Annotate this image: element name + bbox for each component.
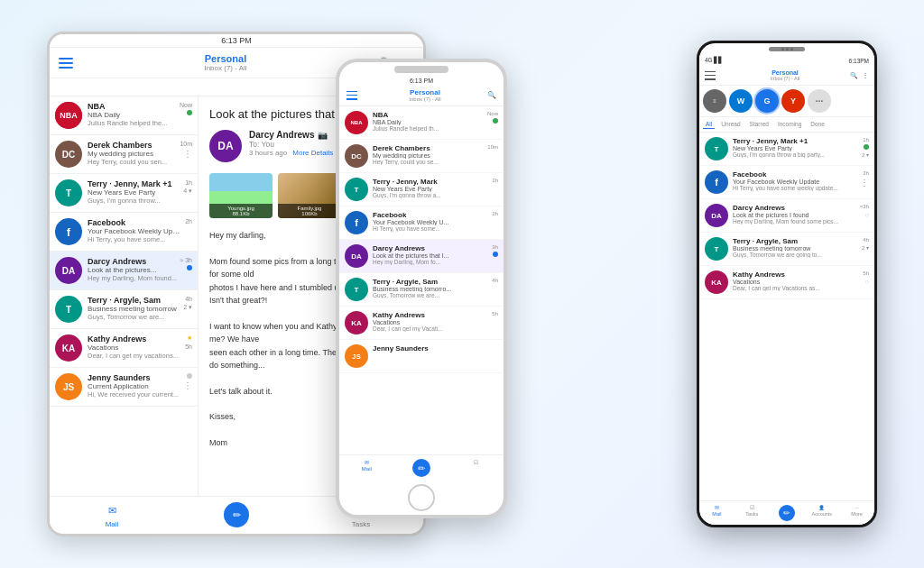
email-info-darcy: Darcy Andrews Look at the pictures... He… bbox=[88, 257, 178, 282]
phone1-tab-mail[interactable]: ✉ Mail bbox=[339, 459, 394, 477]
time-nba: Now bbox=[180, 102, 192, 108]
email-item-facebook[interactable]: f Facebook Your Facebook Weekly Update H… bbox=[50, 213, 198, 252]
detail-more-link[interactable]: More Details bbox=[292, 149, 333, 157]
phone1-camera bbox=[394, 66, 448, 73]
more-jenny[interactable]: ⋮ bbox=[183, 380, 192, 390]
phone1-info-terry2: Terry · Argyle, Sam Business meeting tom… bbox=[373, 278, 492, 298]
filter-starred[interactable]: Starred bbox=[747, 120, 772, 129]
phone1-email-jenny[interactable]: JS Jenny Saunders bbox=[339, 340, 504, 373]
phone1-info-darcy: Darcy Andrews Look at the pictures that … bbox=[373, 244, 492, 265]
phone1-meta-terry2: 4h bbox=[492, 278, 498, 283]
phone1-subject-derek: My wedding pictures bbox=[373, 152, 487, 159]
preview-darcy: Hey my Darling, Mom found... bbox=[88, 274, 178, 282]
subject-terry2: Business meeting tomorrow bbox=[88, 305, 181, 313]
phone1-info-facebook: Facebook Your Facebook Weekly U... Hi Te… bbox=[373, 211, 492, 232]
time-terry2: 4h bbox=[185, 296, 192, 302]
phone2-speaker bbox=[769, 47, 805, 51]
more-derek[interactable]: ⋮ bbox=[183, 149, 192, 159]
phone1-dot-darcy bbox=[493, 252, 498, 257]
phone1-preview-terry: Guys, I'm gonna throw a... bbox=[373, 192, 492, 198]
android-email-terry[interactable]: T Terry · Jenny, Mark +1 New Years Eve P… bbox=[699, 133, 874, 166]
attachment-2[interactable]: Family.jpg106Kb bbox=[278, 173, 341, 218]
android-tab-more[interactable]: ··· More bbox=[839, 505, 874, 521]
phone2: 4G ▋▋ 6:13PM Personal Inbox (7) - All 🔍 … bbox=[697, 41, 877, 527]
android-more-facebook[interactable]: ⋮ bbox=[860, 178, 869, 188]
sender-kathy: Kathy Andrews bbox=[88, 334, 183, 344]
preview-terry: Guys, I'm gonna throw... bbox=[88, 197, 181, 205]
phone1-email-terry2[interactable]: T Terry · Argyle, Sam Business meeting t… bbox=[339, 273, 504, 307]
phone1-email-derek[interactable]: DC Derek Chambers My wedding pictures He… bbox=[339, 140, 504, 173]
phone1-avatar-derek: DC bbox=[345, 144, 368, 168]
phone1-email-kathy[interactable]: KA Kathy Andrews Vacations Dear, I can g… bbox=[339, 307, 504, 340]
detail-time: 3 hours ago bbox=[249, 149, 287, 157]
email-item-kathy[interactable]: KA Kathy Andrews Vacations Dear, I can g… bbox=[50, 329, 198, 368]
android-tab-compose[interactable]: ✏ bbox=[770, 505, 805, 521]
android-sender-facebook: Facebook bbox=[733, 170, 860, 179]
phone1-hamburger[interactable] bbox=[346, 91, 357, 100]
android-subject-terry: New Years Eve Party bbox=[733, 145, 862, 151]
android-tab-tasks[interactable]: ☑ Tasks bbox=[735, 505, 770, 521]
email-item-terry2[interactable]: T Terry · Argyle, Sam Business meeting t… bbox=[50, 290, 198, 329]
phone1-avatar-jenny: JS bbox=[345, 344, 368, 368]
email-item-nba[interactable]: NBA NBA NBA Daily Julius Randle helped t… bbox=[50, 96, 198, 135]
phone1-header-title: Personal Inbox (7) - All bbox=[363, 88, 487, 102]
account-tab-unified[interactable]: ≡ bbox=[703, 89, 726, 113]
phone1-preview-facebook: Hi Terry, you have some... bbox=[373, 225, 492, 232]
email-item-terry[interactable]: T Terry · Jenny, Mark +1 New Years Eve P… bbox=[50, 174, 198, 213]
sender-terry2: Terry · Argyle, Sam bbox=[88, 296, 181, 305]
android-header: Personal Inbox (7) - All 🔍 ⋮ bbox=[699, 66, 874, 86]
android-accounts-icon: 👤 bbox=[818, 505, 825, 510]
avatar-terry: T bbox=[55, 179, 82, 206]
android-email-kathy[interactable]: KA Kathy Andrews Vacations Dear, I can g… bbox=[699, 266, 874, 299]
account-tab-family[interactable]: Y bbox=[781, 89, 805, 113]
filter-unread[interactable]: Unread bbox=[718, 120, 743, 129]
filter-done[interactable]: Done bbox=[808, 120, 827, 129]
phone1-tab-tasks[interactable]: ☑ bbox=[448, 459, 504, 477]
sender-terry: Terry · Jenny, Mark +1 bbox=[88, 179, 181, 188]
account-tab-more[interactable]: ··· bbox=[808, 89, 831, 113]
phone1-header: Personal Inbox (7) - All 🔍 bbox=[339, 85, 504, 106]
android-email-facebook[interactable]: f Facebook Your Facebook Weekly Update H… bbox=[699, 166, 874, 199]
hamburger-icon[interactable] bbox=[59, 58, 73, 69]
email-item-derek[interactable]: DC Derek Chambers My wedding pictures He… bbox=[50, 135, 198, 174]
android-email-darcy[interactable]: DA Darcy Andrews Look at the pictures I … bbox=[699, 199, 874, 233]
sender-derek: Derek Chambers bbox=[88, 141, 178, 150]
avatar-nba: NBA bbox=[55, 102, 82, 129]
account-tab-work[interactable]: W bbox=[729, 89, 753, 113]
phone1-avatar-terry2: T bbox=[345, 278, 368, 301]
compose-icon: ✏ bbox=[224, 502, 249, 527]
phone1-email-nba[interactable]: NBA NBA NBA Daily Julius Randle helped t… bbox=[339, 106, 504, 140]
attachment-1[interactable]: Youngs.jpg88.1Kb bbox=[209, 173, 273, 218]
phone1-search-icon[interactable]: 🔍 bbox=[487, 91, 496, 99]
star-kathy: ★ bbox=[187, 334, 192, 342]
android-bottom-tabs: ✉ Mail ☑ Tasks ✏ 👤 Accounts ··· More bbox=[699, 500, 874, 525]
android-hamburger[interactable] bbox=[705, 71, 716, 80]
phone1-email-darcy[interactable]: DA Darcy Andrews Look at the pictures th… bbox=[339, 240, 504, 273]
email-item-darcy[interactable]: DA Darcy Andrews Look at the pictures...… bbox=[50, 252, 198, 290]
android-search-icon[interactable]: 🔍 bbox=[850, 72, 858, 79]
android-tab-accounts[interactable]: 👤 Accounts bbox=[804, 505, 839, 521]
filter-all[interactable]: All bbox=[703, 120, 715, 129]
preview-terry2: Guys, Tomorrow we are... bbox=[88, 313, 181, 321]
phone1-email-terry[interactable]: T Terry · Jenny, Mark New Years Eve Part… bbox=[339, 173, 504, 206]
email-item-jenny[interactable]: JS Jenny Saunders Current Application Hi… bbox=[50, 368, 198, 407]
phone1-home-button[interactable] bbox=[408, 484, 435, 511]
tab-mail[interactable]: ✉ Mail bbox=[50, 502, 174, 528]
android-email-terry2[interactable]: T Terry · Argyle, Sam Business meeting t… bbox=[699, 233, 874, 266]
phone1-avatar-facebook: f bbox=[345, 211, 368, 234]
phone1-info-terry: Terry · Jenny, Mark New Years Eve Party … bbox=[373, 178, 492, 198]
android-avatar-kathy: KA bbox=[705, 270, 728, 294]
phone1-tab-compose[interactable]: ✏ bbox=[394, 459, 449, 477]
phone1-email-facebook[interactable]: f Facebook Your Facebook Weekly U... Hi … bbox=[339, 206, 504, 240]
account-tab-personal[interactable]: G bbox=[755, 89, 779, 113]
phone1-time: 6:13 PM bbox=[410, 78, 433, 84]
time-derek: 10m bbox=[180, 141, 192, 147]
android-meta-terry2: 4h 2 ▾ bbox=[862, 237, 869, 251]
tab-compose[interactable]: ✏ bbox=[174, 502, 299, 528]
android-more-icon[interactable]: ⋮ bbox=[862, 71, 869, 79]
filter-incoming[interactable]: Incoming bbox=[775, 120, 804, 129]
preview-kathy: Dear, I can get my vacations... bbox=[88, 352, 183, 360]
android-tab-mail[interactable]: ✉ Mail bbox=[699, 505, 735, 521]
android-preview-darcy: Hey my Darling, Mom found some pics... bbox=[733, 218, 860, 224]
scene: 6:13 PM Personal Inbox (7) - All 🔍 ⊞ 🔄 bbox=[20, 23, 904, 545]
